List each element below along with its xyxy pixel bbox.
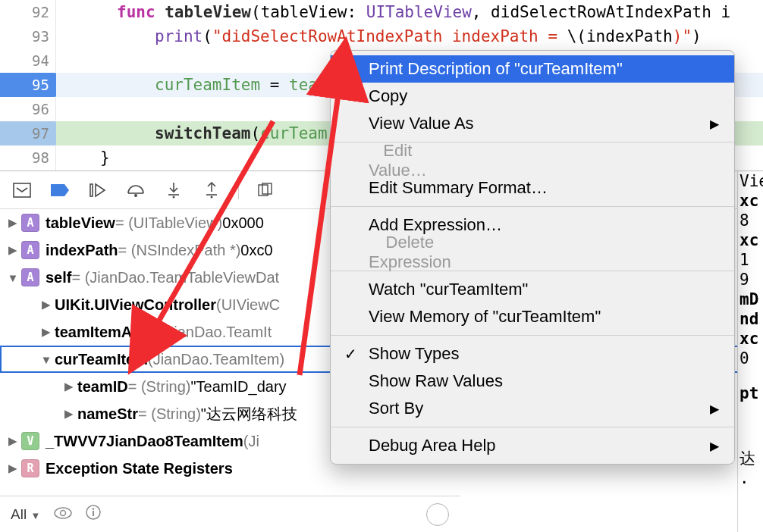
disclosure-triangle-down-icon[interactable]: ▼ — [6, 271, 20, 284]
submenu-arrow-icon: ▶ — [710, 117, 719, 131]
menu-view-value-as[interactable]: View Value As▶ — [331, 110, 734, 137]
console-partial: Vie xc 8 xc 1 9 mD nd xc 0 pt 达 . — [737, 171, 763, 532]
svg-rect-17 — [93, 511, 94, 516]
line-number: 94 — [0, 49, 55, 73]
svg-point-7 — [173, 196, 175, 198]
svg-point-16 — [93, 508, 95, 510]
menu-separator — [331, 427, 734, 427]
filter-field[interactable] — [426, 503, 449, 526]
disclosure-triangle-right-icon[interactable]: ▶ — [6, 243, 20, 257]
disclosure-triangle-right-icon[interactable]: ▶ — [39, 298, 53, 311]
code-line: print("didSelectRowAtIndexPath indexPath… — [56, 24, 763, 49]
svg-marker-2 — [96, 184, 105, 196]
svg-rect-0 — [14, 183, 30, 197]
breakpoints-toggle-button[interactable] — [49, 179, 71, 202]
line-number: 98 — [0, 146, 55, 170]
submenu-arrow-icon: ▶ — [710, 402, 719, 416]
svg-point-14 — [61, 510, 66, 515]
disclosure-triangle-right-icon[interactable]: ▶ — [62, 407, 76, 421]
line-number: 96 — [0, 97, 55, 121]
argument-badge-icon: A — [21, 268, 39, 286]
menu-watch[interactable]: Watch "curTeamItem" — [331, 276, 734, 303]
line-gutter: 92 93 94 95 96 97 98 99 — [0, 0, 56, 171]
menu-debug-help[interactable]: Debug Area Help▶ — [331, 432, 734, 459]
quicklook-icon[interactable] — [54, 506, 72, 523]
menu-print-description[interactable]: Print Description of "curTeamItem" — [331, 55, 734, 83]
line-number: 93 — [0, 24, 55, 49]
menu-sort-by[interactable]: Sort By▶ — [331, 395, 734, 422]
checkmark-icon: ✓ — [344, 345, 357, 363]
menu-show-types[interactable]: ✓Show Types — [331, 340, 734, 368]
menu-separator — [331, 206, 734, 207]
continue-button[interactable] — [86, 179, 109, 202]
scope-label: All — [11, 506, 27, 522]
code-line: func tableView(tableView: UITableView, d… — [56, 0, 763, 24]
line-number-current[interactable]: 95 — [0, 73, 55, 97]
disclosure-triangle-right-icon[interactable]: ▶ — [39, 325, 53, 339]
context-menu[interactable]: Print Description of "curTeamItem" Copy … — [330, 50, 735, 465]
svg-point-4 — [134, 194, 137, 197]
argument-badge-icon: A — [21, 214, 39, 232]
toggle-console-button[interactable] — [11, 179, 33, 202]
register-badge-icon: R — [21, 459, 39, 477]
variables-filter-bar: All ▼ — [0, 496, 460, 532]
disclosure-triangle-down-icon[interactable]: ▼ — [39, 353, 53, 366]
menu-view-memory[interactable]: View Memory of "curTeamItem" — [331, 303, 734, 330]
menu-edit-value: Edit Value… — [331, 147, 384, 174]
svg-rect-1 — [90, 184, 93, 196]
menu-separator — [331, 335, 734, 336]
submenu-arrow-icon: ▶ — [710, 439, 719, 453]
line-number: 92 — [0, 0, 55, 24]
step-out-button[interactable] — [200, 179, 223, 202]
view-hierarchy-button[interactable] — [254, 179, 277, 202]
scope-selector[interactable]: All ▼ — [11, 506, 40, 523]
menu-show-raw[interactable]: Show Raw Values — [331, 368, 734, 395]
svg-point-10 — [211, 196, 213, 198]
disclosure-triangle-right-icon[interactable]: ▶ — [6, 462, 20, 475]
svg-point-13 — [55, 508, 71, 518]
menu-delete-expression: Delete Expression — [331, 239, 384, 266]
disclosure-triangle-right-icon[interactable]: ▶ — [6, 434, 20, 448]
disclosure-triangle-right-icon[interactable]: ▶ — [6, 216, 20, 230]
step-over-button[interactable] — [124, 179, 147, 202]
chevron-down-icon: ▼ — [30, 510, 40, 521]
disclosure-triangle-right-icon[interactable]: ▶ — [62, 380, 76, 393]
line-number-breakpoint[interactable]: 97 — [0, 121, 55, 146]
argument-badge-icon: A — [21, 241, 39, 259]
value-badge-icon: V — [21, 432, 39, 450]
info-icon[interactable] — [86, 505, 101, 524]
menu-edit-summary[interactable]: Edit Summary Format… — [331, 174, 734, 202]
menu-copy[interactable]: Copy — [331, 83, 734, 110]
step-into-button[interactable] — [162, 179, 185, 202]
